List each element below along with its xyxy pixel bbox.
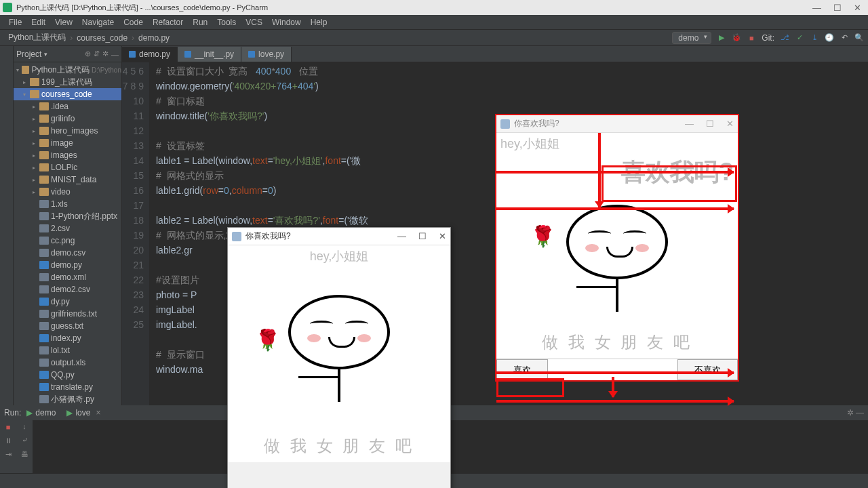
search-icon[interactable]: 🔍 bbox=[854, 33, 864, 43]
yes-button[interactable]: 喜欢 bbox=[496, 359, 548, 380]
tree-item[interactable]: demo.csv bbox=[14, 247, 121, 259]
project-tree[interactable]: ▾ Python上课代码 D:\Python ▸199_上课代码▾courses… bbox=[14, 62, 121, 405]
menu-code[interactable]: Code bbox=[119, 18, 148, 27]
menu-bar: FileEditViewNavigateCodeRefactorRunTools… bbox=[0, 15, 868, 30]
tree-item[interactable]: guess.txt bbox=[14, 320, 121, 332]
tree-item[interactable]: cc.png bbox=[14, 235, 121, 247]
gear-icon[interactable]: ✲ bbox=[102, 49, 108, 58]
menu-window[interactable]: Window bbox=[267, 18, 306, 27]
git-commit-icon[interactable]: ✓ bbox=[795, 33, 804, 43]
maximize-icon[interactable]: ☐ bbox=[833, 3, 842, 13]
debug-icon[interactable]: 🐞 bbox=[732, 33, 741, 43]
locate-icon[interactable]: ⊕ bbox=[85, 49, 91, 58]
menu-run[interactable]: Run bbox=[188, 18, 212, 27]
tree-item[interactable]: lol.txt bbox=[14, 344, 121, 357]
annotation-arrow bbox=[598, 133, 601, 207]
window-title: Python上课代码 [D:\Python上课代码] - ...\courses… bbox=[16, 3, 268, 13]
editor-tabs: demo.py__init__.pylove.py bbox=[122, 46, 868, 62]
tree-item[interactable]: ▸MNIST_data bbox=[14, 174, 121, 186]
run-tab[interactable]: ▶demo bbox=[21, 408, 61, 418]
tree-item[interactable]: demo.py bbox=[14, 259, 121, 271]
menu-file[interactable]: File bbox=[4, 18, 26, 27]
tk-feather-icon bbox=[232, 232, 241, 241]
left-tool-stripe[interactable] bbox=[0, 46, 14, 405]
editor-tab[interactable]: __init__.py bbox=[178, 47, 241, 62]
collapse-icon[interactable]: ⇵ bbox=[94, 49, 100, 58]
down-icon[interactable]: ↓ bbox=[22, 422, 26, 430]
tree-item[interactable]: ▸hero_images bbox=[14, 125, 121, 137]
menu-vcs[interactable]: VCS bbox=[241, 18, 267, 27]
minimize-icon[interactable]: — bbox=[685, 119, 694, 129]
tree-item[interactable]: index.py bbox=[14, 332, 121, 344]
stop-icon[interactable]: ■ bbox=[747, 33, 756, 43]
close-icon[interactable]: ✕ bbox=[439, 231, 446, 241]
project-label[interactable]: Project bbox=[16, 49, 41, 59]
tree-item[interactable]: ▸video bbox=[14, 186, 121, 198]
window-titlebar: Python上课代码 [D:\Python上课代码] - ...\courses… bbox=[0, 0, 868, 15]
menu-tools[interactable]: Tools bbox=[212, 18, 241, 27]
tree-item[interactable]: 1.xls bbox=[14, 198, 121, 210]
maximize-icon[interactable]: ☐ bbox=[706, 119, 714, 129]
run-icon[interactable]: ▶ bbox=[717, 33, 726, 43]
pause-icon[interactable]: ⏸ bbox=[5, 436, 12, 445]
maximize-icon[interactable]: ☐ bbox=[418, 231, 427, 241]
caption: 做 我 女 朋 友 吧 bbox=[228, 430, 450, 462]
git-history-icon[interactable]: 🕘 bbox=[825, 33, 834, 43]
tree-item[interactable]: demo2.csv bbox=[14, 283, 121, 296]
tree-item[interactable]: 2.csv bbox=[14, 222, 121, 235]
git-label: Git: bbox=[762, 33, 774, 43]
menu-help[interactable]: Help bbox=[306, 18, 332, 27]
tree-item[interactable]: grilfriends.txt bbox=[14, 308, 121, 320]
editor-tab[interactable]: demo.py bbox=[122, 47, 178, 62]
minimize-icon[interactable]: — bbox=[397, 231, 406, 241]
tree-item[interactable]: 小猪佩奇.py bbox=[14, 393, 121, 405]
stop-icon[interactable]: ■ bbox=[6, 423, 11, 431]
line-gutter: 4 5 6 7 8 9 10 11 12 13 14 15 16 17 18 1… bbox=[122, 62, 149, 405]
run-tab[interactable]: ▶love× bbox=[61, 408, 106, 418]
close-icon[interactable]: ✕ bbox=[726, 119, 734, 129]
menu-navigate[interactable]: Navigate bbox=[77, 18, 119, 27]
tk-title: 你喜欢我吗? bbox=[514, 118, 559, 129]
close-icon[interactable]: ✕ bbox=[854, 3, 861, 13]
tk-feather-icon bbox=[500, 119, 510, 129]
tree-item[interactable]: demo.xml bbox=[14, 271, 121, 283]
breadcrumb[interactable]: Python上课代码 bbox=[4, 32, 70, 43]
tree-item[interactable]: ▾courses_code bbox=[14, 88, 121, 100]
breadcrumb[interactable]: courses_code bbox=[73, 33, 132, 43]
tree-item[interactable]: dy.py bbox=[14, 296, 121, 308]
run-config-selector[interactable]: demo bbox=[672, 32, 711, 44]
step-icon[interactable]: ⇥ bbox=[5, 450, 12, 459]
tree-item[interactable]: translate.py bbox=[14, 381, 121, 393]
minimize-icon[interactable]: — bbox=[812, 3, 821, 13]
tree-root[interactable]: ▾ Python上课代码 D:\Python bbox=[14, 64, 121, 76]
wrap-icon[interactable]: ⤶ bbox=[22, 436, 28, 445]
menu-view[interactable]: View bbox=[50, 18, 77, 27]
menu-refactor[interactable]: Refactor bbox=[148, 18, 188, 27]
tree-item[interactable]: ▸images bbox=[14, 149, 121, 161]
gear-icon[interactable]: ✲ — bbox=[847, 408, 864, 418]
hide-icon[interactable]: — bbox=[111, 50, 119, 58]
editor-tab[interactable]: love.py bbox=[241, 47, 292, 62]
breadcrumb[interactable]: demo.py bbox=[134, 33, 174, 43]
git-update-icon[interactable]: ⤓ bbox=[810, 33, 819, 43]
label1: hey,小姐姐 bbox=[228, 245, 450, 267]
annotation-box bbox=[601, 165, 737, 202]
git-branch-icon[interactable]: ⎇ bbox=[780, 33, 789, 43]
menu-edit[interactable]: Edit bbox=[26, 18, 50, 27]
tree-item[interactable]: ▸199_上课代码 bbox=[14, 76, 121, 88]
annotation-box bbox=[496, 378, 564, 397]
tree-item[interactable]: ▸grilinfo bbox=[14, 113, 121, 125]
print-icon[interactable]: 🖶 bbox=[21, 450, 28, 458]
tree-item[interactable]: ▸.idea bbox=[14, 100, 121, 113]
tree-item[interactable]: ▸LOLPic bbox=[14, 161, 121, 174]
tree-item[interactable]: output.xls bbox=[14, 357, 121, 369]
run-label: Run: bbox=[4, 408, 21, 418]
project-tool-window: Project ▾ ⊕ ⇵ ✲ — ▾ Python上课代码 D:\Python… bbox=[14, 46, 122, 405]
tree-item[interactable]: 1-Python介绍.pptx bbox=[14, 210, 121, 222]
button-row: 喜欢 不喜欢 bbox=[496, 359, 738, 380]
rose-icon: 🌹 bbox=[255, 328, 280, 352]
git-revert-icon[interactable]: ↶ bbox=[840, 33, 849, 43]
tree-item[interactable]: QQ.py bbox=[14, 369, 121, 381]
tree-item[interactable]: ▸image bbox=[14, 137, 121, 149]
navigation-bar: Python上课代码 › courses_code › demo.py demo… bbox=[0, 30, 868, 46]
